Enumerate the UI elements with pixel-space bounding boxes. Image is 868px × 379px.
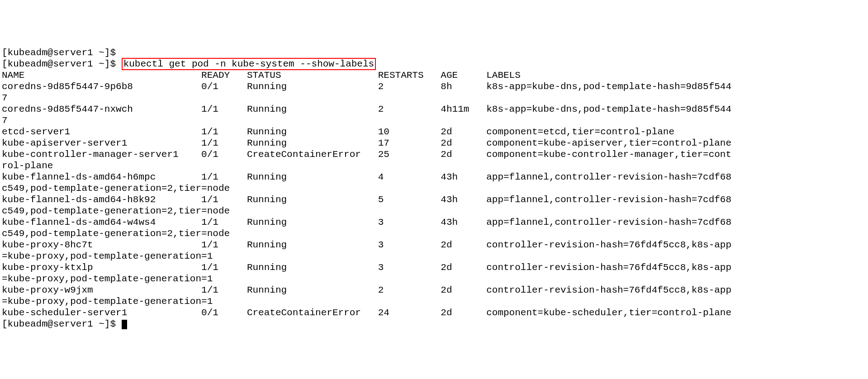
table-row: kube-apiserver-server1 1/1 Running 17 2d… (2, 138, 731, 148)
table-row: kube-proxy-w9jxm 1/1 Running 2 2d contro… (2, 285, 731, 307)
table-row: coredns-9d85f5447-9p6b8 0/1 Running 2 8h… (2, 81, 731, 103)
table-header: NAME READY STATUS RESTARTS AGE LABELS (2, 70, 521, 81)
table-row: kube-proxy-8hc7t 1/1 Running 3 2d contro… (2, 240, 731, 261)
terminal-output[interactable]: [kubeadm@server1 ~]$ [kubeadm@server1 ~]… (2, 47, 866, 330)
table-row: kube-controller-manager-server1 0/1 Crea… (2, 149, 731, 171)
table-row: kube-flannel-ds-amd64-h6mpc 1/1 Running … (2, 172, 731, 194)
prompt-line: [kubeadm@server1 ~]$ (2, 47, 122, 58)
table-row: coredns-9d85f5447-nxwch 1/1 Running 2 4h… (2, 104, 731, 126)
table-row: kube-scheduler-server1 0/1 CreateContain… (2, 308, 731, 318)
prompt-line: [kubeadm@server1 ~]$ (2, 59, 122, 69)
table-row: etcd-server1 1/1 Running 10 2d component… (2, 127, 674, 137)
table-row: kube-proxy-ktxlp 1/1 Running 3 2d contro… (2, 262, 731, 284)
table-row: kube-flannel-ds-amd64-h8k92 1/1 Running … (2, 194, 731, 216)
prompt-line: [kubeadm@server1 ~]$ (2, 319, 122, 329)
table-row: kube-flannel-ds-amd64-w4ws4 1/1 Running … (2, 217, 731, 239)
cursor (122, 320, 127, 329)
command-highlight: kubectl get pod -n kube-system --show-la… (122, 58, 376, 70)
